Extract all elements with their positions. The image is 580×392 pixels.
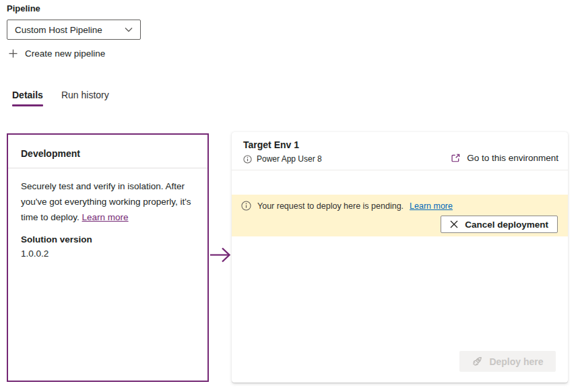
plus-icon [9,49,18,58]
open-external-icon [451,153,461,163]
info-icon [241,201,251,211]
info-icon [243,155,252,164]
rocket-icon [472,356,483,367]
stage-arrow-icon [210,246,232,264]
solution-version-value: 1.0.0.2 [21,247,195,261]
deploy-here-label: Deploy here [489,356,543,367]
tab-bar: Details Run history [12,90,109,106]
target-env-card: Target Env 1 Power App User 8 Go to this… [232,132,568,383]
active-tab-underline [12,104,43,106]
pipelines-page: Pipeline Custom Host Pipeline Create new… [0,0,580,392]
solution-version-label: Solution version [21,232,195,247]
create-new-pipeline-button[interactable]: Create new pipeline [9,48,105,59]
pipeline-dropdown[interactable]: Custom Host Pipeline [7,20,141,40]
source-card-description: Securely test and verify in isolation. A… [21,178,201,225]
target-env-owner: Power App User 8 [257,154,322,164]
learn-more-link[interactable]: Learn more [82,212,129,222]
source-card-title: Development [8,135,207,168]
go-to-environment-label: Go to this environment [467,153,558,163]
banner-learn-more-link[interactable]: Learn more [410,201,453,211]
cancel-deployment-button[interactable]: Cancel deployment [441,216,558,233]
tab-details[interactable]: Details [12,90,43,106]
chevron-down-icon [125,27,133,32]
target-env-title: Target Env 1 [243,139,322,150]
pending-deployment-banner: Your request to deploy here is pending. … [232,195,568,236]
tab-run-history[interactable]: Run history [61,90,109,106]
pipeline-label: Pipeline [7,3,40,13]
go-to-environment-link[interactable]: Go to this environment [451,146,558,170]
target-env-owner-row: Power App User 8 [243,154,322,164]
tab-details-label: Details [12,90,43,100]
cancel-deployment-label: Cancel deployment [465,220,548,230]
deploy-here-button[interactable]: Deploy here [459,351,556,372]
close-icon [450,220,458,228]
tab-run-history-label: Run history [61,90,109,100]
pipeline-dropdown-value: Custom Host Pipeline [15,25,102,35]
target-card-header: Target Env 1 Power App User 8 Go to this… [232,132,568,170]
development-stage-card: Development Securely test and verify in … [7,133,209,382]
create-new-pipeline-label: Create new pipeline [25,48,105,59]
pending-banner-message: Your request to deploy here is pending. [257,201,404,211]
